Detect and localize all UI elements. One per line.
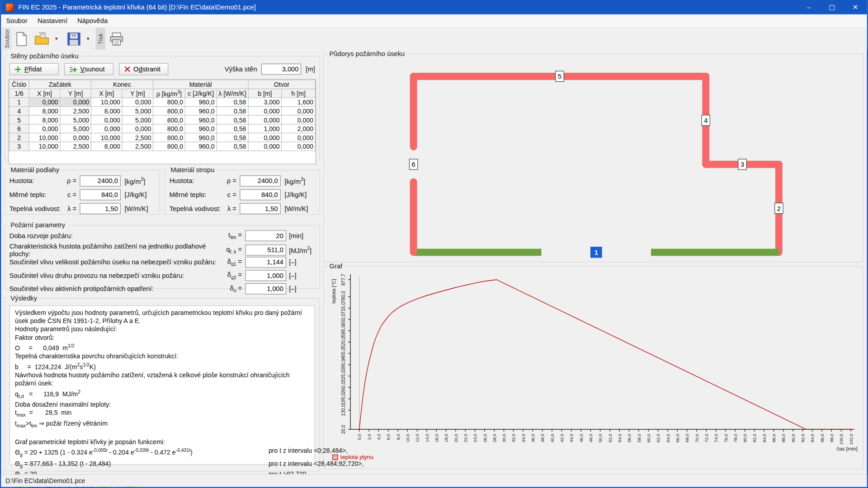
results-line: tmax = 28,5 min [15,409,309,420]
save-dropdown[interactable]: ▾ [85,36,91,42]
wall-cell[interactable]: 800,0 [153,98,185,107]
wall-cell[interactable]: 0,000 [60,133,91,142]
floor-material-input[interactable] [80,203,121,214]
wall-cell[interactable]: 8,000 [29,115,60,124]
wall-cell[interactable]: 5,000 [122,115,153,124]
wall-height-input[interactable] [261,64,301,75]
ceiling-material-row-2: Tepelná vodivost:λ =[W/m/K] [170,202,315,216]
ceiling-material-input[interactable] [240,189,281,200]
wall-cell[interactable]: 960,0 [185,98,217,107]
menu-item-npovda[interactable]: Nápověda [72,15,113,26]
wall-cell[interactable]: 1,000 [248,124,282,133]
wall-cell[interactable]: 2,500 [122,142,153,151]
wall-label-6: 6 [410,159,418,169]
wall-cell[interactable]: 3,000 [248,98,282,107]
wall-row-1[interactable]: 10,0000,00010,0000,000800,0960,00,583,00… [9,98,315,107]
wall-cell[interactable]: 0,000 [282,142,315,151]
wall-cell[interactable]: 0,000 [248,142,282,151]
wall-cell[interactable]: 5,000 [122,107,153,116]
wall-cell[interactable]: 0,000 [91,115,122,124]
wall-row-number[interactable]: 1 [9,98,29,107]
wall-cell[interactable]: 2,000 [282,124,315,133]
wall-cell[interactable]: 5,000 [60,124,91,133]
wall-cell[interactable]: 960,0 [185,107,217,116]
wall-row-number[interactable]: 6 [9,124,29,133]
wall-cell[interactable]: 5,000 [60,115,91,124]
wall-cell[interactable]: 0,58 [217,107,248,116]
wall-row-number[interactable]: 2 [9,133,29,142]
wall-cell[interactable]: 960,0 [185,133,217,142]
wall-cell[interactable]: 0,000 [29,98,60,107]
floor-plan-canvas: 543216 [327,57,860,259]
wall-cell[interactable]: 0,000 [282,115,315,124]
wall-cell[interactable]: 10,000 [91,98,122,107]
wall-cell[interactable]: 0,58 [217,115,248,124]
wall-cell[interactable]: 8,000 [91,107,122,116]
ceiling-material-input[interactable] [240,203,281,214]
wall-row-number[interactable]: 4 [9,107,29,116]
svg-text:52,0: 52,0 [608,433,613,442]
close-button[interactable]: ✕ [844,0,867,14]
wall-row-2[interactable]: 210,0000,00010,0002,500800,0960,00,580,0… [9,133,315,142]
wall-cell[interactable]: 800,0 [153,115,185,124]
wall-cell[interactable]: 2,500 [60,142,91,151]
wall-cell[interactable]: 0,000 [248,133,282,142]
floor-material-input[interactable] [80,175,121,186]
ceiling-material-input[interactable] [240,175,281,186]
wall-cell[interactable]: 0,000 [248,115,282,124]
wall-row-4[interactable]: 48,0002,5008,0005,000800,0960,00,580,000… [9,107,315,116]
wall-cell[interactable]: 960,0 [185,124,217,133]
fire-param-input[interactable] [245,283,286,294]
wall-row-number[interactable]: 5 [9,115,29,124]
wall-cell[interactable]: 1,600 [282,98,315,107]
wall-cell[interactable]: 0,000 [122,124,153,133]
fire-param-input[interactable] [245,270,286,281]
wall-cell[interactable]: 0,000 [29,124,60,133]
wall-row-5[interactable]: 58,0005,0000,0005,000800,0960,00,580,000… [9,115,315,124]
wall-cell[interactable]: 2,500 [122,133,153,142]
fire-param-input[interactable] [245,244,286,255]
minimize-button[interactable]: – [797,0,820,14]
wall-cell[interactable]: 0,000 [60,98,91,107]
wall-cell[interactable]: 8,000 [91,142,122,151]
wall-row-6[interactable]: 60,0005,0000,0000,000800,0960,00,581,000… [9,124,315,133]
wall-row-3[interactable]: 310,0002,5008,0002,500800,0960,00,580,00… [9,142,315,151]
new-file-button[interactable] [13,30,30,47]
wall-cell[interactable]: 800,0 [153,107,185,116]
wall-cell[interactable]: 8,000 [29,107,60,116]
floor-material-input[interactable] [80,189,121,200]
wall-cell[interactable]: 10,000 [29,142,60,151]
add-button[interactable]: Přidat [9,63,59,75]
wall-cell[interactable]: 10,000 [29,133,60,142]
wall-cell[interactable]: 800,0 [153,142,185,151]
wall-row-number[interactable]: 3 [9,142,29,151]
print-button[interactable] [106,31,127,47]
insert-button[interactable]: Vsunout [64,63,113,75]
wall-cell[interactable]: 0,000 [282,107,315,116]
wall-cell[interactable]: 2,500 [60,107,91,116]
svg-text:88,0: 88,0 [781,433,786,442]
open-file-button[interactable] [32,30,52,47]
wall-cell[interactable]: 960,0 [185,142,217,151]
wall-cell[interactable]: 10,000 [91,133,122,142]
menu-item-nastaven[interactable]: Nastavení [33,15,72,26]
fire-param-symbol: qf, k = [220,245,245,254]
menu-item-soubor[interactable]: Soubor [1,15,32,26]
wall-cell[interactable]: 0,000 [91,124,122,133]
wall-cell[interactable]: 0,58 [217,142,248,151]
fire-param-input[interactable] [245,230,286,241]
remove-button[interactable]: Odstranit [119,63,168,75]
wall-cell[interactable]: 800,0 [153,133,185,142]
wall-cell[interactable]: 0,000 [248,107,282,116]
wall-cell[interactable]: 0,58 [217,133,248,142]
save-button[interactable] [64,31,84,47]
maximize-button[interactable]: ▢ [821,0,844,14]
wall-cell[interactable]: 0,000 [282,133,315,142]
wall-cell[interactable]: 0,58 [217,124,248,133]
wall-cell[interactable]: 0,000 [122,98,153,107]
wall-cell[interactable]: 800,0 [153,124,185,133]
fire-param-input[interactable] [245,257,286,267]
open-file-dropdown[interactable]: ▾ [53,36,60,42]
wall-cell[interactable]: 0,58 [217,98,248,107]
wall-cell[interactable]: 960,0 [185,115,217,124]
